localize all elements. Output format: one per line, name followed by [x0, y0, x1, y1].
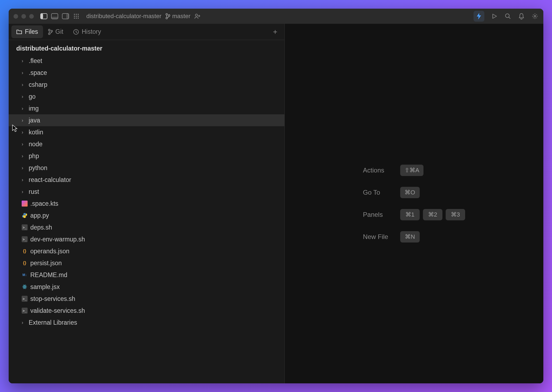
- chevron-right-icon: ›: [22, 153, 26, 159]
- folder-icon: [16, 29, 22, 35]
- item-name: dev-env-warmup.sh: [30, 236, 85, 243]
- gear-icon: [532, 13, 538, 19]
- keyboard-shortcut: ⌘N: [400, 231, 420, 242]
- folder-row[interactable]: ›python: [9, 162, 284, 174]
- smart-mode-button[interactable]: [474, 11, 484, 22]
- maximize-window-button[interactable]: [29, 14, 34, 19]
- sidebar-tab-history[interactable]: History: [68, 25, 106, 38]
- chevron-right-icon: ›: [22, 58, 26, 64]
- sidebar-tab-git[interactable]: Git: [43, 25, 68, 38]
- right-panel-toggle[interactable]: [62, 13, 69, 20]
- sidebar-tab-files[interactable]: Files: [11, 25, 43, 38]
- tab-label: Files: [25, 28, 38, 35]
- folder-row[interactable]: ›go: [9, 91, 284, 102]
- react-icon: [22, 284, 28, 290]
- shortcuts-panel: Actions⇧⌘AGo To⌘OPanels⌘1⌘2⌘3New File⌘N: [363, 165, 465, 242]
- file-row[interactable]: M↓README.md: [9, 269, 284, 281]
- close-window-button[interactable]: [14, 14, 18, 19]
- item-name: validate-services.sh: [30, 307, 85, 314]
- branch-icon: [165, 13, 170, 19]
- chevron-right-icon: ›: [22, 320, 26, 325]
- file-row[interactable]: {}persist.json: [9, 257, 284, 269]
- svg-point-19: [505, 14, 509, 18]
- keyboard-shortcut: ⌘3: [446, 209, 465, 220]
- svg-rect-3: [52, 17, 58, 19]
- file-row[interactable]: {}operands.json: [9, 245, 284, 257]
- left-panel-icon: [40, 13, 47, 19]
- grid-toggle[interactable]: [73, 13, 80, 20]
- folder-row[interactable]: ›.space: [9, 67, 284, 79]
- markdown-icon: M↓: [22, 272, 28, 278]
- branch-name: master: [172, 13, 190, 20]
- file-tree[interactable]: distributed-calculator-master ›.fleet›.s…: [9, 40, 284, 383]
- bottom-panel-toggle[interactable]: [51, 13, 58, 20]
- chevron-right-icon: ›: [22, 165, 26, 171]
- svg-point-16: [166, 17, 167, 19]
- shortcut-label: Actions: [363, 167, 388, 174]
- sidebar: FilesGitHistory + distributed-calculator…: [9, 24, 285, 383]
- svg-rect-5: [66, 14, 68, 19]
- svg-point-11: [78, 16, 79, 17]
- file-row[interactable]: .space.kts: [9, 198, 284, 210]
- clock-icon: [73, 29, 79, 35]
- search-button[interactable]: [504, 13, 511, 20]
- run-button[interactable]: [491, 13, 498, 20]
- json-icon: {}: [22, 260, 28, 266]
- tab-label: Git: [55, 28, 63, 35]
- shortcut-label: New File: [363, 233, 388, 241]
- folder-row[interactable]: ›kotlin: [9, 126, 284, 138]
- branch-selector[interactable]: master: [165, 13, 190, 20]
- folder-row[interactable]: ›node: [9, 138, 284, 150]
- svg-point-22: [48, 33, 50, 35]
- add-tab-button[interactable]: +: [269, 28, 282, 36]
- left-panel-toggle[interactable]: [40, 13, 47, 20]
- folder-row[interactable]: ›External Libraries: [9, 317, 284, 328]
- folder-row[interactable]: ›php: [9, 150, 284, 162]
- shell-icon: >_: [22, 236, 28, 242]
- shortcut-keys: ⌘O: [400, 187, 465, 198]
- project-name[interactable]: distributed-calculator-master: [86, 13, 162, 20]
- project-root[interactable]: distributed-calculator-master: [9, 42, 284, 55]
- shortcut-label: Go To: [363, 189, 388, 196]
- file-row[interactable]: >_deps.sh: [9, 221, 284, 233]
- chevron-right-icon: ›: [22, 82, 26, 88]
- svg-point-25: [24, 287, 25, 287]
- python-icon: [22, 212, 28, 218]
- right-panel-icon: [62, 13, 69, 19]
- folder-row[interactable]: ›csharp: [9, 79, 284, 91]
- chevron-right-icon: ›: [22, 129, 26, 135]
- file-row[interactable]: >_validate-services.sh: [9, 305, 284, 317]
- item-name: .space.kts: [30, 200, 58, 207]
- item-name: .fleet: [29, 57, 42, 65]
- collaborate-button[interactable]: [194, 13, 201, 20]
- keyboard-shortcut: ⇧⌘A: [400, 165, 424, 176]
- item-name: README.md: [30, 271, 67, 279]
- item-name: .space: [29, 69, 47, 77]
- chevron-right-icon: ›: [22, 141, 26, 147]
- folder-row[interactable]: ›rust: [9, 186, 284, 198]
- minimize-window-button[interactable]: [21, 14, 26, 19]
- file-row[interactable]: sample.jsx: [9, 281, 284, 293]
- file-row[interactable]: >_dev-env-warmup.sh: [9, 233, 284, 245]
- folder-row[interactable]: ›img: [9, 102, 284, 114]
- file-row[interactable]: >_stop-services.sh: [9, 293, 284, 305]
- window-controls: [14, 14, 34, 19]
- svg-point-15: [166, 14, 167, 15]
- keyboard-shortcut: ⌘2: [423, 209, 442, 220]
- titlebar: distributed-calculator-master master: [9, 9, 543, 24]
- item-name: go: [29, 93, 36, 100]
- item-name: rust: [29, 188, 39, 195]
- shell-icon: >_: [22, 296, 28, 302]
- svg-point-9: [74, 16, 75, 17]
- chevron-right-icon: ›: [22, 94, 26, 99]
- svg-point-21: [48, 29, 50, 31]
- settings-button[interactable]: [531, 13, 538, 20]
- file-row[interactable]: app.py: [9, 210, 284, 221]
- ide-window: distributed-calculator-master master: [9, 9, 543, 383]
- folder-row[interactable]: ›java: [9, 114, 284, 126]
- notifications-button[interactable]: [518, 13, 525, 20]
- folder-row[interactable]: ›.fleet: [9, 55, 284, 67]
- item-name: persist.json: [30, 260, 62, 267]
- folder-row[interactable]: ›react-calculator: [9, 174, 284, 186]
- item-name: sample.jsx: [30, 283, 60, 291]
